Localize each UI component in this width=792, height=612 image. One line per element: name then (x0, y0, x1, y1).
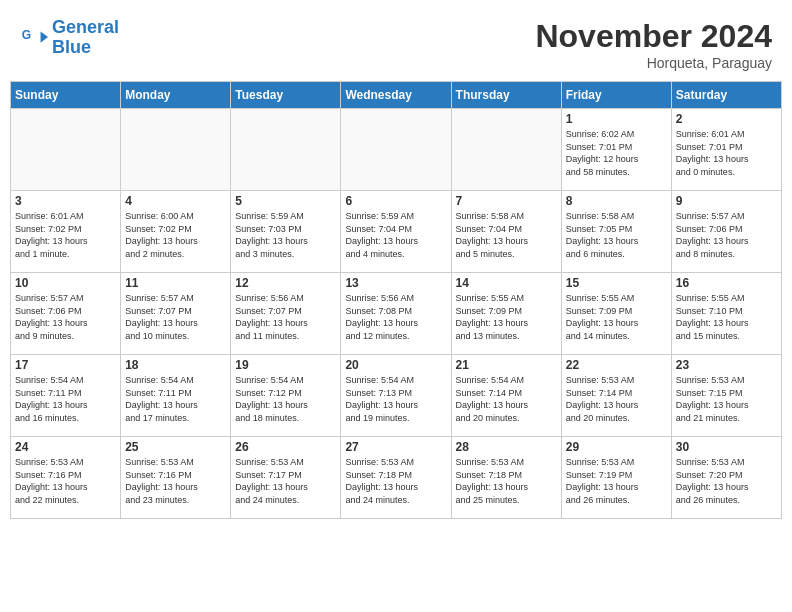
day-cell (121, 109, 231, 191)
day-cell: 14Sunrise: 5:55 AMSunset: 7:09 PMDayligh… (451, 273, 561, 355)
day-number: 5 (235, 194, 336, 208)
day-number: 8 (566, 194, 667, 208)
page-header: G General Blue November 2024 Horqueta, P… (0, 0, 792, 81)
weekday-header-wednesday: Wednesday (341, 82, 451, 109)
day-number: 30 (676, 440, 777, 454)
day-number: 29 (566, 440, 667, 454)
day-info: Sunrise: 5:55 AMSunset: 7:10 PMDaylight:… (676, 292, 777, 342)
day-cell: 25Sunrise: 5:53 AMSunset: 7:16 PMDayligh… (121, 437, 231, 519)
day-info: Sunrise: 6:01 AMSunset: 7:01 PMDaylight:… (676, 128, 777, 178)
day-info: Sunrise: 5:54 AMSunset: 7:13 PMDaylight:… (345, 374, 446, 424)
weekday-header-tuesday: Tuesday (231, 82, 341, 109)
day-number: 20 (345, 358, 446, 372)
day-info: Sunrise: 5:58 AMSunset: 7:04 PMDaylight:… (456, 210, 557, 260)
day-info: Sunrise: 6:00 AMSunset: 7:02 PMDaylight:… (125, 210, 226, 260)
day-number: 18 (125, 358, 226, 372)
calendar-table: SundayMondayTuesdayWednesdayThursdayFrid… (10, 81, 782, 519)
day-number: 13 (345, 276, 446, 290)
day-info: Sunrise: 5:53 AMSunset: 7:16 PMDaylight:… (125, 456, 226, 506)
day-number: 3 (15, 194, 116, 208)
svg-text:G: G (22, 28, 31, 42)
day-cell: 18Sunrise: 5:54 AMSunset: 7:11 PMDayligh… (121, 355, 231, 437)
day-number: 21 (456, 358, 557, 372)
day-info: Sunrise: 5:57 AMSunset: 7:06 PMDaylight:… (676, 210, 777, 260)
day-info: Sunrise: 5:56 AMSunset: 7:07 PMDaylight:… (235, 292, 336, 342)
day-number: 9 (676, 194, 777, 208)
day-cell: 29Sunrise: 5:53 AMSunset: 7:19 PMDayligh… (561, 437, 671, 519)
day-cell: 22Sunrise: 5:53 AMSunset: 7:14 PMDayligh… (561, 355, 671, 437)
day-number: 11 (125, 276, 226, 290)
day-info: Sunrise: 5:57 AMSunset: 7:06 PMDaylight:… (15, 292, 116, 342)
day-cell: 21Sunrise: 5:54 AMSunset: 7:14 PMDayligh… (451, 355, 561, 437)
day-info: Sunrise: 5:59 AMSunset: 7:04 PMDaylight:… (345, 210, 446, 260)
day-number: 2 (676, 112, 777, 126)
svg-marker-1 (41, 31, 48, 42)
day-cell: 6Sunrise: 5:59 AMSunset: 7:04 PMDaylight… (341, 191, 451, 273)
day-number: 15 (566, 276, 667, 290)
day-cell: 8Sunrise: 5:58 AMSunset: 7:05 PMDaylight… (561, 191, 671, 273)
day-number: 6 (345, 194, 446, 208)
weekday-header-thursday: Thursday (451, 82, 561, 109)
day-number: 1 (566, 112, 667, 126)
location: Horqueta, Paraguay (535, 55, 772, 71)
logo: G General Blue (20, 18, 119, 58)
day-cell: 19Sunrise: 5:54 AMSunset: 7:12 PMDayligh… (231, 355, 341, 437)
week-row-0: 1Sunrise: 6:02 AMSunset: 7:01 PMDaylight… (11, 109, 782, 191)
day-info: Sunrise: 5:54 AMSunset: 7:11 PMDaylight:… (15, 374, 116, 424)
weekday-header-sunday: Sunday (11, 82, 121, 109)
day-info: Sunrise: 5:53 AMSunset: 7:16 PMDaylight:… (15, 456, 116, 506)
day-number: 12 (235, 276, 336, 290)
day-info: Sunrise: 5:54 AMSunset: 7:14 PMDaylight:… (456, 374, 557, 424)
week-row-2: 10Sunrise: 5:57 AMSunset: 7:06 PMDayligh… (11, 273, 782, 355)
day-info: Sunrise: 5:55 AMSunset: 7:09 PMDaylight:… (566, 292, 667, 342)
day-cell: 9Sunrise: 5:57 AMSunset: 7:06 PMDaylight… (671, 191, 781, 273)
weekday-header-monday: Monday (121, 82, 231, 109)
day-info: Sunrise: 5:53 AMSunset: 7:17 PMDaylight:… (235, 456, 336, 506)
day-cell (341, 109, 451, 191)
day-number: 22 (566, 358, 667, 372)
day-cell: 3Sunrise: 6:01 AMSunset: 7:02 PMDaylight… (11, 191, 121, 273)
day-number: 28 (456, 440, 557, 454)
day-number: 14 (456, 276, 557, 290)
day-number: 25 (125, 440, 226, 454)
day-cell: 10Sunrise: 5:57 AMSunset: 7:06 PMDayligh… (11, 273, 121, 355)
calendar-wrapper: SundayMondayTuesdayWednesdayThursdayFrid… (0, 81, 792, 529)
weekday-header-saturday: Saturday (671, 82, 781, 109)
week-row-1: 3Sunrise: 6:01 AMSunset: 7:02 PMDaylight… (11, 191, 782, 273)
day-info: Sunrise: 5:53 AMSunset: 7:20 PMDaylight:… (676, 456, 777, 506)
day-number: 10 (15, 276, 116, 290)
day-cell: 20Sunrise: 5:54 AMSunset: 7:13 PMDayligh… (341, 355, 451, 437)
day-cell: 5Sunrise: 5:59 AMSunset: 7:03 PMDaylight… (231, 191, 341, 273)
day-info: Sunrise: 5:58 AMSunset: 7:05 PMDaylight:… (566, 210, 667, 260)
day-number: 7 (456, 194, 557, 208)
day-cell: 30Sunrise: 5:53 AMSunset: 7:20 PMDayligh… (671, 437, 781, 519)
day-cell: 12Sunrise: 5:56 AMSunset: 7:07 PMDayligh… (231, 273, 341, 355)
day-cell: 1Sunrise: 6:02 AMSunset: 7:01 PMDaylight… (561, 109, 671, 191)
logo-icon: G (20, 24, 48, 52)
day-info: Sunrise: 5:57 AMSunset: 7:07 PMDaylight:… (125, 292, 226, 342)
day-number: 26 (235, 440, 336, 454)
day-number: 19 (235, 358, 336, 372)
day-info: Sunrise: 5:59 AMSunset: 7:03 PMDaylight:… (235, 210, 336, 260)
day-info: Sunrise: 6:01 AMSunset: 7:02 PMDaylight:… (15, 210, 116, 260)
day-cell: 7Sunrise: 5:58 AMSunset: 7:04 PMDaylight… (451, 191, 561, 273)
day-cell: 2Sunrise: 6:01 AMSunset: 7:01 PMDaylight… (671, 109, 781, 191)
day-info: Sunrise: 6:02 AMSunset: 7:01 PMDaylight:… (566, 128, 667, 178)
day-cell: 16Sunrise: 5:55 AMSunset: 7:10 PMDayligh… (671, 273, 781, 355)
day-info: Sunrise: 5:53 AMSunset: 7:18 PMDaylight:… (456, 456, 557, 506)
day-number: 16 (676, 276, 777, 290)
title-block: November 2024 Horqueta, Paraguay (535, 18, 772, 71)
day-cell: 11Sunrise: 5:57 AMSunset: 7:07 PMDayligh… (121, 273, 231, 355)
day-cell (451, 109, 561, 191)
day-cell: 17Sunrise: 5:54 AMSunset: 7:11 PMDayligh… (11, 355, 121, 437)
day-number: 4 (125, 194, 226, 208)
day-cell: 27Sunrise: 5:53 AMSunset: 7:18 PMDayligh… (341, 437, 451, 519)
day-info: Sunrise: 5:54 AMSunset: 7:11 PMDaylight:… (125, 374, 226, 424)
day-info: Sunrise: 5:54 AMSunset: 7:12 PMDaylight:… (235, 374, 336, 424)
week-row-4: 24Sunrise: 5:53 AMSunset: 7:16 PMDayligh… (11, 437, 782, 519)
day-cell: 24Sunrise: 5:53 AMSunset: 7:16 PMDayligh… (11, 437, 121, 519)
day-info: Sunrise: 5:53 AMSunset: 7:15 PMDaylight:… (676, 374, 777, 424)
month-title: November 2024 (535, 18, 772, 55)
day-number: 24 (15, 440, 116, 454)
day-number: 23 (676, 358, 777, 372)
